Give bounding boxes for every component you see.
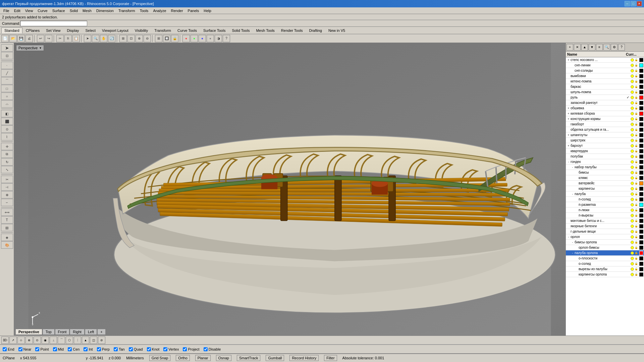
snap-item-disable[interactable]: Disable [204, 347, 221, 351]
layer-light-icon[interactable] [631, 74, 634, 78]
snap-item-tan[interactable]: Tan [114, 347, 125, 351]
layer-light-icon[interactable] [631, 155, 634, 158]
layer-lock-icon[interactable]: 🔓 [635, 241, 638, 244]
layer-light-icon[interactable] [631, 139, 634, 142]
menu-item-transform[interactable]: Transform [116, 8, 137, 13]
command-input[interactable] [20, 21, 87, 26]
snap-item-perp[interactable]: Perp [97, 347, 110, 351]
layer-light-icon[interactable] [631, 101, 634, 105]
layer-item[interactable]: снп-солиды 🔓 [566, 68, 644, 73]
layer-light-icon[interactable] [631, 123, 634, 126]
layer-light-icon[interactable] [631, 182, 634, 185]
toolbar-tab-set-view[interactable]: Set View [43, 27, 63, 34]
menu-item-file[interactable]: File [1, 8, 11, 13]
lt-copy[interactable]: ⧉ [1, 150, 13, 158]
layer-lock-icon[interactable]: 🔓 [635, 149, 638, 153]
snap-btn-4[interactable]: ⊕ [25, 337, 33, 344]
toolbar-zoomout[interactable]: ⊖ [144, 35, 151, 42]
rp-move-down[interactable]: ▼ [589, 44, 595, 51]
rp-help[interactable]: ? [618, 44, 625, 51]
layer-light-icon[interactable] [631, 251, 634, 255]
layer-item[interactable]: + бархоут 🔓 [566, 143, 644, 148]
layer-light-icon[interactable] [631, 171, 634, 174]
snap-btn-9[interactable]: ⬡ [66, 337, 73, 344]
record-history-btn[interactable]: Record History [289, 355, 319, 361]
lt-rotate[interactable]: ↻ [1, 158, 13, 166]
toolbar-zoomext[interactable]: ⊞ [119, 35, 127, 42]
snap-checkbox-knot[interactable] [147, 347, 151, 351]
rp-new-layer[interactable]: + [567, 44, 573, 51]
layer-color-swatch[interactable] [639, 230, 643, 234]
toolbar-tab-curve-tools[interactable]: Curve Tools [174, 27, 200, 34]
layer-expand-btn[interactable]: - [571, 166, 575, 169]
lt-revolve[interactable]: ⊙ [1, 125, 13, 133]
layer-color-swatch[interactable] [639, 208, 643, 212]
lt-hatch[interactable]: ▤ [1, 224, 13, 231]
snap-checkbox-cen[interactable] [68, 347, 72, 351]
gumball-btn[interactable]: Gumball [266, 355, 284, 361]
layer-item[interactable]: обделка штульцев и га... 🔓 [566, 127, 644, 132]
layer-item[interactable]: + обшивка 🔓 [566, 106, 644, 111]
toolbar-tab-solid-tools[interactable]: Solid Tools [229, 27, 253, 34]
lt-line[interactable]: ╱ [1, 69, 13, 77]
rp-settings[interactable]: ⚙ [611, 44, 618, 51]
layer-lock-icon[interactable]: 🔓 [635, 246, 638, 249]
layer-color-swatch[interactable] [639, 117, 643, 121]
snap-checkbox-tan[interactable] [114, 347, 118, 351]
layer-expand-btn[interactable]: + [567, 117, 571, 121]
layer-light-icon[interactable] [631, 90, 634, 94]
layer-color-swatch[interactable] [639, 197, 643, 201]
layer-light-icon[interactable] [631, 208, 634, 212]
layer-item[interactable]: снп-линии 🔓 [566, 63, 644, 68]
lt-scale[interactable]: ⤡ [1, 166, 13, 173]
layer-item[interactable]: карлингсы орлопа 🔓 [566, 272, 644, 277]
layer-item[interactable]: кетенс-помпа 🔓 [566, 79, 644, 84]
lt-extrude[interactable]: ⬛ [1, 118, 13, 125]
rp-sort[interactable]: ≡ [596, 44, 603, 51]
toolbar-zoomin[interactable]: ⊕ [136, 35, 143, 42]
rp-search[interactable]: 🔍 [603, 44, 610, 51]
layer-lock-icon[interactable]: 🔓 [635, 128, 638, 131]
layer-item[interactable]: клямс 🔓 [566, 175, 644, 181]
layer-item[interactable]: г-дельные вещи 🔓 [566, 229, 644, 234]
layer-item[interactable]: + степс носового ... 🔓 [566, 57, 644, 63]
layer-lock-icon[interactable]: 🔓 [635, 225, 638, 228]
layer-lock-icon[interactable]: 🔓 [635, 262, 638, 265]
lt-pt-select[interactable]: ⊡ [1, 52, 13, 59]
layer-item[interactable]: - набор палубы 🔓 [566, 165, 644, 170]
layer-lock-icon[interactable]: 🔓 [635, 101, 638, 105]
layer-light-icon[interactable] [631, 107, 634, 110]
rp-move-up[interactable]: ▲ [581, 44, 588, 51]
layer-color-swatch[interactable] [639, 181, 643, 185]
layer-color-swatch[interactable] [639, 224, 643, 228]
toolbar-tab-mesh-tools[interactable]: Mesh Tools [253, 27, 277, 34]
layer-light-icon[interactable] [631, 235, 634, 239]
layer-light-icon[interactable] [631, 273, 634, 276]
layer-light-icon[interactable] [631, 80, 634, 83]
layer-item[interactable]: + шпангоуты 🔓 [566, 132, 644, 138]
layer-color-swatch[interactable] [639, 192, 643, 196]
viewport-tab-left[interactable]: Left [85, 329, 97, 335]
layer-lock-icon[interactable]: 🔓 [635, 85, 638, 88]
snap-btn-8[interactable]: ⌒ [58, 337, 65, 344]
toolbar-save[interactable]: 💾 [17, 35, 25, 42]
layer-expand-btn[interactable]: + [567, 144, 571, 147]
lt-select[interactable]: ➤ [1, 44, 13, 52]
layer-item[interactable]: - палуба орлопа 🔓 [566, 250, 644, 256]
snap-item-cen[interactable]: Cen [68, 347, 79, 351]
layer-item[interactable]: мачтовые битсы и с... 🔓 [566, 218, 644, 224]
toolbar-open[interactable]: 📂 [9, 35, 17, 42]
layer-item[interactable]: - палуба 🔓 [566, 191, 644, 197]
layer-lock-icon[interactable]: 🔓 [635, 230, 638, 233]
layer-light-icon[interactable] [631, 85, 634, 88]
toolbar-tab-visibility[interactable]: Visibility [132, 27, 151, 34]
layer-color-swatch[interactable] [639, 273, 643, 277]
layer-color-swatch[interactable] [639, 69, 643, 73]
toolbar-tab-new-in-v5[interactable]: New in V5 [325, 27, 348, 34]
lt-split[interactable]: ⊣ [1, 183, 13, 191]
layer-light-icon[interactable] [631, 117, 634, 121]
layer-color-swatch[interactable] [639, 219, 643, 223]
snap-item-project[interactable]: Project [183, 347, 199, 351]
layer-lock-icon[interactable]: 🔓 [635, 176, 638, 180]
snap-item-near[interactable]: Near [18, 347, 32, 351]
